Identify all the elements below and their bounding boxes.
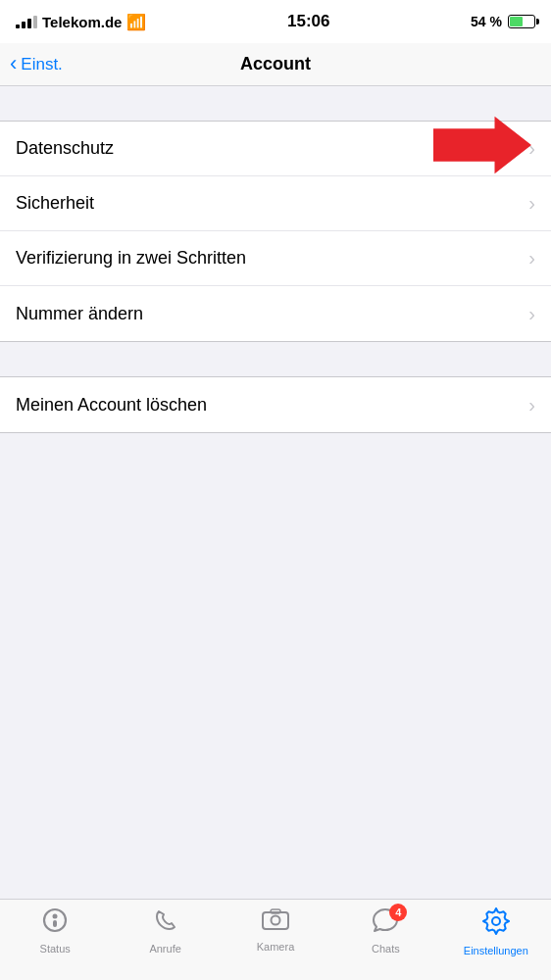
settings-item-datenschutz[interactable]: Datenschutz › (0, 122, 551, 176)
settings-item-nummer[interactable]: Nummer ändern › (0, 286, 551, 341)
svg-rect-3 (53, 920, 57, 927)
tab-label-anrufe: Anrufe (149, 943, 180, 955)
svg-point-5 (272, 916, 280, 925)
chevron-left-icon: ‹ (10, 53, 17, 74)
battery-icon (508, 15, 535, 28)
tab-label-chats: Chats (372, 943, 400, 955)
content-area: Datenschutz › Sicherheit › Verifizierung… (0, 86, 551, 433)
settings-label-loeschen: Meinen Account löschen (16, 395, 207, 416)
section-gap-middle (0, 342, 551, 376)
tab-bar: Status Anrufe Kamera 4 Chats (0, 899, 551, 980)
section-gap-top (0, 86, 551, 121)
settings-label-sicherheit: Sicherheit (16, 193, 94, 214)
settings-label-datenschutz: Datenschutz (16, 138, 114, 159)
tab-item-kamera[interactable]: Kamera (221, 907, 330, 953)
nav-bar: ‹ Einst. Account (0, 43, 551, 86)
tab-item-chats[interactable]: 4 Chats (330, 907, 440, 955)
chevron-right-icon-loeschen: › (528, 394, 535, 416)
settings-group-2: Meinen Account löschen › (0, 376, 551, 433)
settings-item-sicherheit[interactable]: Sicherheit › (0, 176, 551, 231)
chevron-right-icon-verifizierung: › (528, 247, 535, 270)
chevron-right-icon-datenschutz: › (528, 137, 535, 160)
svg-point-7 (492, 917, 500, 925)
tab-item-status[interactable]: Status (0, 907, 110, 955)
svg-point-2 (53, 914, 58, 919)
gear-icon (482, 907, 510, 942)
settings-label-verifizierung: Verifizierung in zwei Schritten (16, 248, 246, 269)
phone-icon (153, 907, 178, 940)
tab-item-anrufe[interactable]: Anrufe (110, 907, 220, 955)
tab-item-einstellungen[interactable]: Einstellungen (441, 907, 551, 956)
settings-item-loeschen[interactable]: Meinen Account löschen › (0, 377, 551, 432)
settings-label-nummer: Nummer ändern (16, 304, 143, 324)
status-left: Telekom.de 📶 (16, 13, 146, 31)
signal-icon (16, 16, 37, 28)
tab-label-einstellungen: Einstellungen (464, 945, 528, 956)
tab-label-status: Status (40, 943, 71, 955)
status-right: 54 % (471, 14, 535, 29)
chevron-right-icon-nummer: › (528, 303, 535, 325)
camera-icon (262, 907, 289, 938)
settings-item-verifizierung[interactable]: Verifizierung in zwei Schritten › (0, 231, 551, 286)
settings-group-1: Datenschutz › Sicherheit › Verifizierung… (0, 121, 551, 342)
chat-icon: 4 (372, 907, 399, 940)
status-icon (42, 907, 68, 940)
status-bar: Telekom.de 📶 15:06 54 % (0, 0, 551, 43)
battery-percent: 54 % (471, 14, 502, 29)
back-button[interactable]: ‹ Einst. (10, 54, 63, 74)
carrier-label: Telekom.de (42, 14, 122, 30)
tab-label-kamera: Kamera (257, 941, 295, 953)
page-title: Account (240, 54, 311, 74)
back-label: Einst. (21, 55, 63, 74)
chats-badge: 4 (389, 904, 407, 921)
time-label: 15:06 (287, 12, 329, 31)
wifi-icon: 📶 (126, 13, 146, 31)
chevron-right-icon-sicherheit: › (528, 192, 535, 215)
